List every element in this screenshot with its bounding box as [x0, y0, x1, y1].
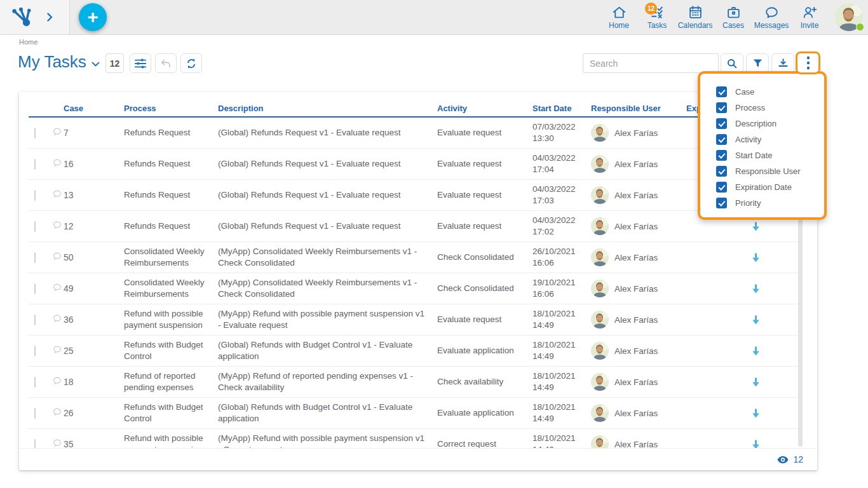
row-checkbox[interactable]	[34, 439, 36, 449]
filter-button[interactable]	[746, 53, 769, 73]
column-header-description[interactable]: Description	[218, 104, 437, 113]
comment-bubble-icon[interactable]	[52, 314, 62, 323]
case-number[interactable]: 26	[64, 408, 124, 418]
case-number[interactable]: 18	[64, 377, 124, 387]
row-checkbox[interactable]	[34, 283, 36, 294]
search-input[interactable]	[583, 53, 719, 73]
view-settings-button[interactable]	[130, 53, 151, 73]
table-row[interactable]: 26 Refunds with Budget Control (Global) …	[29, 398, 799, 429]
column-header-start-date[interactable]: Start Date	[532, 104, 591, 113]
download-button[interactable]	[771, 53, 794, 73]
case-number[interactable]: 35	[64, 439, 124, 448]
case-number[interactable]: 12	[64, 221, 124, 231]
case-number[interactable]: 7	[64, 128, 124, 138]
checkbox-checked-icon[interactable]	[716, 182, 727, 193]
table-row[interactable]: 16 Refunds Request (Global) Refunds Requ…	[29, 149, 799, 180]
row-checkbox[interactable]	[34, 221, 36, 232]
column-toggle-responsible-user[interactable]: Responsible User	[716, 163, 824, 179]
refresh-icon	[185, 57, 198, 70]
nav-item-messages[interactable]: Messages	[752, 2, 790, 30]
table-row[interactable]: 12 Refunds Request (Global) Refunds Requ…	[29, 211, 799, 242]
column-toggle-priority[interactable]: Priority	[716, 195, 824, 211]
search-button[interactable]	[721, 53, 743, 73]
case-number[interactable]: 50	[64, 252, 124, 262]
nav-item-home[interactable]: Home	[600, 2, 638, 30]
user-name: Alex Farías	[614, 284, 658, 294]
row-checkbox[interactable]	[34, 252, 36, 263]
comment-bubble-icon[interactable]	[52, 127, 62, 137]
column-header-case[interactable]: Case	[64, 104, 124, 113]
checkbox-checked-icon[interactable]	[716, 118, 727, 129]
nav-item-calendars[interactable]: Calendars	[676, 2, 714, 30]
task-description: (Global) Refunds Request v1 - Evaluate r…	[218, 127, 437, 139]
activity-name: Evaluate application	[437, 407, 532, 419]
table-row[interactable]: 36 Refund with possible payment suspensi…	[29, 304, 799, 336]
checkbox-checked-icon[interactable]	[716, 166, 727, 177]
row-checkbox[interactable]	[34, 377, 36, 388]
sidebar-expand-chevron-icon[interactable]	[47, 13, 53, 22]
row-checkbox[interactable]	[34, 190, 36, 201]
breadcrumb[interactable]: Home	[19, 38, 37, 46]
table-row[interactable]: 7 Refunds Request (Global) Refunds Reque…	[29, 118, 799, 149]
table-header-row: Case Process Description Activity Start …	[29, 100, 799, 118]
nav-item-tasks[interactable]: 12 Tasks	[638, 2, 676, 30]
table-row[interactable]: 49 Consolidated Weekly Reimbursements (M…	[29, 273, 799, 304]
checkbox-checked-icon[interactable]	[716, 102, 727, 113]
case-number[interactable]: 13	[64, 190, 124, 200]
processmaker-logo-icon[interactable]	[9, 6, 33, 28]
column-toggle-case[interactable]: Case	[716, 84, 824, 100]
checkbox-checked-icon[interactable]	[716, 86, 727, 97]
table-row[interactable]: 25 Refunds with Budget Control (Global) …	[29, 336, 799, 367]
checkbox-checked-icon[interactable]	[716, 134, 727, 145]
priority-low-arrow-icon	[752, 252, 760, 263]
column-header-responsible-user[interactable]: Responsible User	[591, 104, 686, 113]
case-number[interactable]: 25	[64, 346, 124, 356]
checkbox-checked-icon[interactable]	[716, 198, 727, 208]
comment-bubble-icon[interactable]	[52, 189, 62, 199]
start-date: 18/10/202114:49	[532, 308, 591, 330]
row-checkbox[interactable]	[34, 128, 36, 139]
row-checkbox[interactable]	[34, 159, 36, 170]
page-title-dropdown[interactable]: My Tasks	[18, 52, 100, 72]
task-count-badge: 12	[105, 53, 124, 73]
column-toggle-start-date[interactable]: Start Date	[716, 147, 824, 163]
comment-bubble-icon[interactable]	[52, 220, 62, 230]
user-avatar[interactable]	[835, 3, 863, 31]
nav-item-invite[interactable]: Invite	[790, 2, 829, 30]
column-toggle-label: Case	[735, 87, 754, 97]
refresh-button[interactable]	[180, 53, 202, 73]
responsible-user: Alex Farías	[591, 217, 686, 235]
comment-bubble-icon[interactable]	[52, 376, 62, 386]
table-row[interactable]: 50 Consolidated Weekly Reimbursements (M…	[29, 242, 799, 273]
column-header-activity[interactable]: Activity	[437, 104, 532, 113]
comment-bubble-icon[interactable]	[52, 158, 62, 168]
case-number[interactable]: 16	[64, 159, 124, 169]
start-date: 18/10/202114:49	[532, 339, 591, 362]
column-header-process[interactable]: Process	[124, 104, 218, 113]
top-navigation: Home 12 Tasks Calendars	[600, 2, 829, 30]
search-icon	[726, 57, 738, 70]
comment-bubble-icon[interactable]	[52, 438, 62, 448]
column-toggle-expiration-date[interactable]: Expiration Date	[716, 179, 824, 195]
table-row[interactable]: 35 Refund with possible payment suspensi…	[29, 429, 799, 448]
row-checkbox[interactable]	[34, 408, 36, 419]
comment-bubble-icon[interactable]	[52, 283, 62, 292]
column-toggle-activity[interactable]: Activity	[716, 132, 824, 147]
table-row[interactable]: 18 Refund of reported pending expenses (…	[29, 367, 799, 398]
checkbox-checked-icon[interactable]	[716, 150, 727, 161]
comment-bubble-icon[interactable]	[52, 407, 62, 417]
table-row[interactable]: 13 Refunds Request (Global) Refunds Requ…	[29, 180, 799, 211]
column-toggle-process[interactable]: Process	[716, 100, 824, 116]
case-number[interactable]: 49	[64, 283, 124, 294]
comment-bubble-icon[interactable]	[52, 345, 62, 355]
comment-bubble-icon[interactable]	[52, 252, 62, 261]
case-number[interactable]: 36	[64, 315, 124, 325]
vertical-scrollbar-thumb[interactable]	[798, 210, 803, 447]
nav-item-cases[interactable]: Cases	[714, 2, 752, 30]
column-toggle-description[interactable]: Description	[716, 116, 824, 132]
undo-button[interactable]	[155, 53, 177, 73]
row-checkbox[interactable]	[34, 315, 36, 325]
new-request-button[interactable]: +	[79, 3, 107, 31]
more-options-button[interactable]	[796, 51, 820, 74]
row-checkbox[interactable]	[34, 346, 36, 356]
